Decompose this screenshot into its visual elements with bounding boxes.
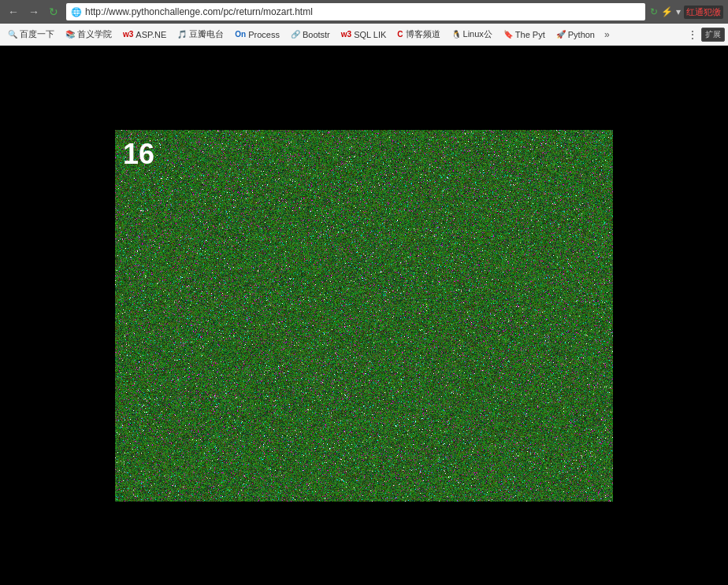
process-icon: On	[235, 30, 246, 39]
bookmark-sqllik-label: SQL LIK	[354, 30, 386, 39]
address-bar-row: ← → ↻ 🌐 http://www.pythonchallenge.com/p…	[0, 0, 728, 24]
right-bar-area: ⋮ 扩展	[687, 28, 725, 42]
shouyi-icon: 📚	[65, 30, 75, 39]
main-content: 16	[0, 46, 728, 585]
bookmark-process[interactable]: On Process	[230, 28, 284, 41]
bookmark-boke-label: 博客频道	[406, 28, 440, 40]
right-menu-label: 红通犯缴	[684, 6, 723, 19]
bookmark-linux[interactable]: 🐧 Linux公	[447, 27, 497, 42]
bookmark-asp-label: ASP.NE	[136, 30, 166, 39]
bootstrap-icon: 🔗	[291, 30, 300, 39]
url-text: http://www.pythonchallenge.com/pc/return…	[85, 6, 313, 17]
bookmark-thepyt-label: The Pyt	[515, 30, 545, 39]
hamburger-menu[interactable]: ⋮	[687, 28, 698, 41]
more-bookmarks-button[interactable]: »	[601, 28, 613, 42]
level-number: 16	[123, 138, 154, 171]
bookmark-boke[interactable]: C 博客频道	[392, 27, 444, 42]
bookmark-python-label: Python	[568, 30, 595, 39]
nav-icons: ← → ↻	[5, 4, 61, 20]
refresh-button[interactable]: ↻	[46, 4, 61, 20]
baidu-icon: 🔍	[8, 30, 17, 39]
bookmark-douban[interactable]: 🎵 豆瓣电台	[173, 27, 228, 42]
bookmark-sqllik[interactable]: w3 SQL LIK	[336, 28, 392, 41]
browser-chrome: ← → ↻ 🌐 http://www.pythonchallenge.com/p…	[0, 0, 728, 46]
noise-image	[115, 130, 613, 502]
asp-icon: w3	[123, 30, 133, 39]
globe-icon: 🌐	[71, 7, 82, 17]
bookmark-baidu[interactable]: 🔍 百度一下	[3, 27, 59, 42]
bookmark-shouyi-label: 首义学院	[77, 28, 112, 40]
dropdown-button[interactable]: ▾	[676, 6, 681, 17]
bookmark-thepyt[interactable]: 🔖 The Pyt	[499, 28, 550, 41]
linux-icon: 🐧	[451, 30, 461, 39]
bookmark-baidu-label: 百度一下	[20, 28, 54, 40]
bookmark-python[interactable]: 🚀 Python	[552, 28, 600, 41]
bookmark-douban-label: 豆瓣电台	[189, 28, 224, 40]
right-icons: ↻ ⚡ ▾ 红通犯缴	[650, 6, 723, 19]
refresh-icon[interactable]: ↻	[650, 6, 658, 17]
noise-container: 16	[115, 130, 613, 502]
sqllik-icon: w3	[341, 30, 351, 39]
bookmark-bootstrap[interactable]: 🔗 Bootstr	[286, 28, 335, 41]
lightning-icon: ⚡	[661, 6, 673, 17]
boke-icon: C	[397, 30, 403, 39]
forward-button[interactable]: →	[25, 4, 43, 20]
bookmark-process-label: Process	[248, 30, 280, 39]
back-button[interactable]: ←	[5, 4, 22, 20]
bookmarks-bar: 🔍 百度一下 📚 首义学院 w3 ASP.NE 🎵 豆瓣电台 On Proces…	[0, 24, 728, 46]
address-bar[interactable]: 🌐 http://www.pythonchallenge.com/pc/retu…	[66, 3, 645, 20]
thepyt-icon: 🔖	[503, 30, 513, 39]
python-icon: 🚀	[556, 30, 566, 39]
bookmark-linux-label: Linux公	[463, 28, 492, 40]
douban-icon: 🎵	[177, 30, 187, 39]
bookmark-bootstrap-label: Bootstr	[303, 30, 330, 39]
bookmark-asp[interactable]: w3 ASP.NE	[118, 28, 171, 41]
bookmark-shouyi[interactable]: 📚 首义学院	[61, 27, 117, 42]
extensions-button[interactable]: 扩展	[701, 28, 725, 42]
